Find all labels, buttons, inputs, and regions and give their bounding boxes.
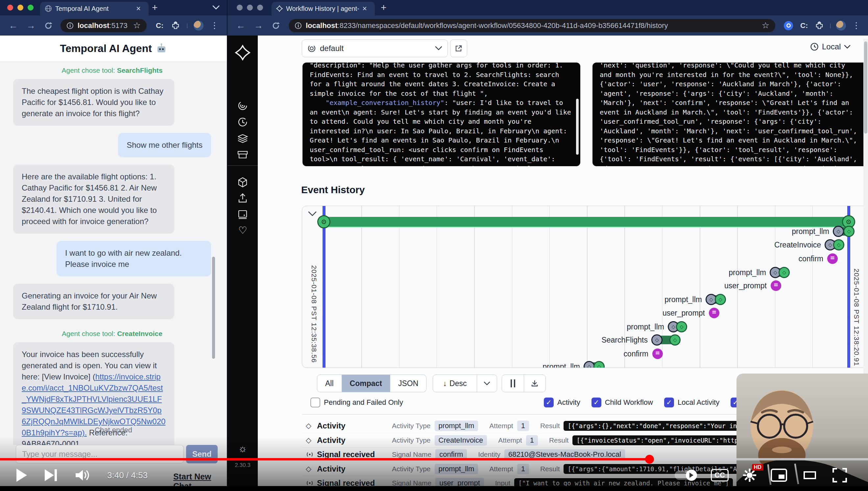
- chat-scrollbar[interactable]: [212, 257, 215, 359]
- minimize-window-icon[interactable]: [247, 5, 253, 10]
- pause-updates-button[interactable]: [502, 375, 524, 392]
- page-scrollbar-thumb[interactable]: [864, 41, 867, 134]
- site-info-icon[interactable]: [294, 22, 302, 29]
- sort-desc-button[interactable]: ↓Desc: [433, 375, 477, 392]
- collapse-timeline-chevron-icon[interactable]: [308, 211, 317, 216]
- signal-marker[interactable]: [771, 280, 781, 291]
- pending-failed-filter[interactable]: Pending and Failed Only: [310, 398, 403, 407]
- profile-avatar[interactable]: [836, 21, 846, 31]
- code-scrollbar[interactable]: [576, 99, 579, 155]
- address-bar[interactable]: localhost:5173 ☆: [61, 19, 147, 32]
- bookmark-star-icon[interactable]: ☆: [762, 21, 769, 31]
- activity-completed-marker[interactable]: ◇: [833, 239, 844, 251]
- signal-marker[interactable]: [709, 308, 719, 318]
- event-history-timeline[interactable]: 2025-01-08 PST 12:35:38.56 2025-01-08 PS…: [302, 206, 868, 368]
- sort-chevron-button[interactable]: [477, 375, 497, 392]
- theme-toggle-icon[interactable]: ☼: [238, 443, 247, 454]
- new-tab-button[interactable]: +: [381, 2, 386, 13]
- play-icon[interactable]: [17, 469, 27, 482]
- workflow-result-json-panel[interactable]: 'next': 'question', 'response': \"Could …: [592, 62, 868, 166]
- minimize-window-icon[interactable]: [18, 5, 23, 10]
- activity-scheduled-marker[interactable]: ◇: [833, 226, 844, 237]
- tab-workflow-history[interactable]: Workflow History | agent-wor ×: [272, 2, 375, 16]
- card-icon[interactable]: [237, 209, 248, 220]
- activity-scheduled-marker[interactable]: ◇: [651, 334, 662, 346]
- close-window-icon[interactable]: [7, 5, 13, 10]
- open-external-button[interactable]: [450, 39, 467, 57]
- event-type-filter-local-activity[interactable]: ✓Local Activity: [664, 398, 719, 407]
- checkbox-checked[interactable]: ✓: [591, 398, 601, 407]
- fullscreen-icon[interactable]: [833, 468, 847, 483]
- activity-completed-marker[interactable]: ◇: [779, 267, 790, 278]
- new-tab-button[interactable]: +: [152, 2, 158, 13]
- macos-traffic-lights-inactive[interactable]: [237, 5, 263, 10]
- maximize-window-icon[interactable]: [28, 5, 34, 10]
- event-type-filter-activity[interactable]: ✓Activity: [544, 398, 580, 407]
- workflow-input-json-panel[interactable]: "description": "Help the user gather arg…: [303, 62, 580, 166]
- tab-search-chevron-icon[interactable]: [212, 5, 220, 10]
- view-mode-json[interactable]: JSON: [390, 375, 426, 392]
- workflow-start-marker[interactable]: [317, 215, 331, 228]
- checkbox-checked[interactable]: ✓: [544, 398, 554, 407]
- archive-icon[interactable]: [237, 149, 249, 160]
- miniplayer-icon[interactable]: [771, 469, 787, 482]
- workflow-execution-bar[interactable]: [324, 217, 850, 227]
- close-window-icon[interactable]: [237, 5, 243, 10]
- autoplay-toggle[interactable]: [675, 470, 697, 480]
- tab-close-icon[interactable]: ×: [362, 5, 367, 12]
- activity-completed-marker[interactable]: ◇: [670, 334, 681, 346]
- video-progress-handle[interactable]: [645, 455, 654, 464]
- download-history-button[interactable]: [524, 375, 546, 392]
- view-mode-segmented-control[interactable]: AllCompactJSON: [317, 375, 427, 392]
- signal-marker[interactable]: [827, 253, 838, 264]
- forward-icon[interactable]: →: [254, 21, 263, 31]
- settings-wrap[interactable]: HD: [742, 468, 757, 483]
- message-input[interactable]: [16, 445, 183, 463]
- next-icon[interactable]: [44, 469, 58, 482]
- send-button[interactable]: Send: [186, 445, 218, 463]
- site-info-icon[interactable]: [66, 22, 74, 29]
- temporal-logo-icon[interactable]: [235, 45, 251, 61]
- view-mode-compact[interactable]: Compact: [342, 375, 390, 392]
- extension-c-icon[interactable]: C:: [800, 21, 808, 30]
- macos-traffic-lights[interactable]: [7, 5, 34, 10]
- cube-icon[interactable]: [237, 176, 249, 188]
- playback-controls[interactable]: [502, 375, 546, 392]
- checkbox-checked[interactable]: ✓: [664, 398, 674, 407]
- maximize-window-icon[interactable]: [257, 5, 263, 10]
- extensions-puzzle-icon[interactable]: [815, 21, 824, 30]
- namespace-select[interactable]: default: [302, 39, 448, 57]
- schedules-icon[interactable]: [237, 116, 248, 128]
- browser-menu-icon[interactable]: ⋮: [210, 21, 219, 31]
- address-bar[interactable]: localhost:8233/namespaces/default/workfl…: [289, 19, 775, 32]
- tab-close-icon[interactable]: ×: [136, 5, 141, 12]
- volume-icon[interactable]: [75, 469, 90, 482]
- profile-avatar[interactable]: [194, 21, 204, 31]
- forward-icon[interactable]: →: [26, 21, 35, 31]
- checkbox-unchecked[interactable]: [310, 398, 320, 407]
- chat-message-list[interactable]: Agent chose tool: SearchFlightsThe cheap…: [13, 63, 211, 445]
- activity-completed-marker[interactable]: ◇: [676, 321, 687, 333]
- back-icon[interactable]: ←: [8, 21, 18, 31]
- stack-icon[interactable]: [237, 133, 249, 144]
- reload-icon[interactable]: [272, 21, 280, 30]
- sort-control[interactable]: ↓Desc: [433, 375, 497, 392]
- tab-temporal-ai-agent[interactable]: Temporal AI Agent ×: [40, 2, 149, 16]
- signal-marker[interactable]: [652, 348, 663, 359]
- bookmark-star-icon[interactable]: ☆: [133, 21, 141, 31]
- workflows-icon[interactable]: [237, 100, 248, 111]
- reload-icon[interactable]: [44, 21, 53, 30]
- browser-menu-icon[interactable]: ⋮: [852, 21, 861, 31]
- heart-icon[interactable]: ♡: [238, 225, 247, 236]
- view-mode-all[interactable]: All: [317, 375, 342, 392]
- captions-button[interactable]: CC: [711, 469, 728, 482]
- activity-completed-marker[interactable]: ◇: [843, 226, 855, 237]
- extension-c-icon[interactable]: C:: [156, 21, 163, 30]
- onepassword-icon[interactable]: [784, 21, 793, 30]
- timeline-start-cursor[interactable]: [322, 206, 326, 368]
- back-icon[interactable]: ←: [236, 21, 245, 31]
- theater-mode-icon[interactable]: [801, 469, 819, 481]
- event-type-filter-child-workflow[interactable]: ✓Child Workflow: [591, 398, 653, 407]
- share-icon[interactable]: [237, 193, 248, 204]
- extensions-puzzle-icon[interactable]: [171, 21, 180, 30]
